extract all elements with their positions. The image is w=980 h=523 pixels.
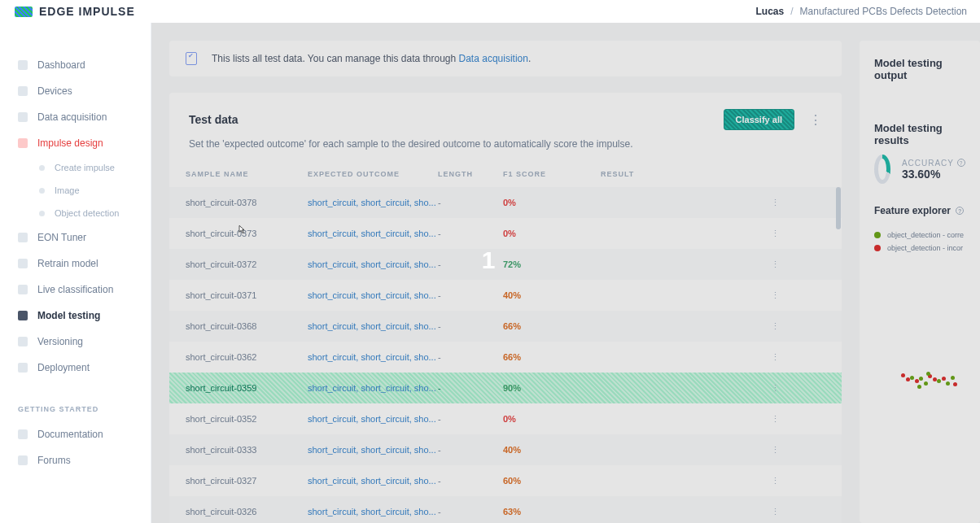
cell-expected-outcome[interactable]: short_circuit, short_circuit, sho...: [308, 259, 438, 269]
scrollbar[interactable]: [836, 187, 841, 229]
row-menu-button[interactable]: ⋮: [755, 198, 780, 208]
table-row[interactable]: short_circuit-0378short_circuit, short_c…: [169, 187, 842, 218]
accuracy-value: 33.60%: [902, 168, 965, 181]
row-menu-button[interactable]: ⋮: [755, 352, 780, 363]
sidebar-item-eon-tuner[interactable]: EON Tuner: [0, 224, 151, 251]
deployment-icon: [18, 363, 28, 373]
sidebar: Dashboard Devices Data acquisition Impul…: [0, 23, 151, 523]
row-menu-button[interactable]: ⋮: [755, 321, 780, 332]
accuracy-label: ACCURACY: [902, 159, 954, 168]
sidebar-item-label: Impulse design: [37, 137, 103, 149]
sidebar-item-label: Live classification: [37, 284, 113, 295]
col-length: LENGTH: [438, 170, 503, 178]
sidebar-item-documentation[interactable]: Documentation: [0, 421, 151, 447]
sidebar-sub-image[interactable]: Image: [0, 179, 151, 202]
cell-expected-outcome[interactable]: short_circuit, short_circuit, sho...: [308, 352, 438, 362]
breadcrumb-user[interactable]: Lucas: [756, 6, 785, 17]
cell-expected-outcome[interactable]: short_circuit, short_circuit, sho...: [308, 414, 438, 424]
cell-f1-score: 0%: [503, 414, 601, 424]
sidebar-item-deployment[interactable]: Deployment: [0, 355, 151, 381]
table-row[interactable]: short_circuit-0326short_circuit, short_c…: [169, 496, 842, 523]
sidebar-item-devices[interactable]: Devices: [0, 78, 151, 104]
sidebar-item-impulse-design[interactable]: Impulse design: [0, 130, 151, 156]
table-row[interactable]: short_circuit-0352short_circuit, short_c…: [169, 403, 842, 434]
sidebar-item-live-classification[interactable]: Live classification: [0, 277, 151, 303]
table-row[interactable]: short_circuit-0362short_circuit, short_c…: [169, 342, 842, 373]
cell-length: -: [438, 321, 503, 331]
sidebar-sub-label: Create impulse: [55, 163, 115, 172]
row-menu-button[interactable]: ⋮: [755, 445, 780, 455]
sidebar-section-label: GETTING STARTED: [0, 381, 151, 421]
card-menu-button[interactable]: ⋮: [809, 112, 822, 128]
cell-sample-name: short_circuit-0327: [186, 476, 308, 486]
brand-name: EDGE IMPULSE: [39, 5, 135, 18]
table-header: SAMPLE NAME EXPECTED OUTCOME LENGTH F1 S…: [169, 161, 842, 187]
cell-length: -: [438, 476, 503, 486]
table-row[interactable]: short_circuit-0368short_circuit, short_c…: [169, 311, 842, 342]
impulse-icon: [18, 138, 28, 148]
table-row[interactable]: short_circuit-0327short_circuit, short_c…: [169, 465, 842, 496]
col-f1-score: F1 SCORE: [503, 170, 601, 178]
cell-length: -: [438, 290, 503, 300]
cell-expected-outcome[interactable]: short_circuit, short_circuit, sho...: [308, 445, 438, 455]
table-row[interactable]: short_circuit-0371short_circuit, short_c…: [169, 280, 842, 311]
retrain-icon: [18, 259, 28, 268]
cell-expected-outcome[interactable]: short_circuit, short_circuit, sho...: [308, 229, 438, 238]
table-row[interactable]: short_circuit-0372short_circuit, short_c…: [169, 249, 842, 280]
row-menu-button[interactable]: ⋮: [755, 229, 780, 239]
cell-expected-outcome[interactable]: short_circuit, short_circuit, sho...: [308, 321, 438, 331]
sidebar-item-label: Retrain model: [37, 258, 98, 269]
cell-expected-outcome[interactable]: short_circuit, short_circuit, sho...: [308, 198, 438, 207]
banner-link[interactable]: Data acquisition: [459, 53, 528, 64]
feature-plot[interactable]: [874, 358, 964, 397]
sidebar-item-dashboard[interactable]: Dashboard: [0, 52, 151, 78]
sidebar-item-data-acquisition[interactable]: Data acquisition: [0, 104, 151, 130]
devices-icon: [18, 86, 28, 96]
cell-length: -: [438, 229, 503, 238]
table-row[interactable]: short_circuit-0373short_circuit, short_c…: [169, 218, 842, 249]
test-data-card: Test data Classify all ⋮ Set the 'expect…: [169, 93, 842, 523]
row-menu-button[interactable]: ⋮: [755, 290, 780, 301]
sidebar-item-label: Model testing: [37, 310, 100, 321]
dashboard-icon: [18, 60, 28, 70]
cell-sample-name: short_circuit-0373: [186, 229, 308, 238]
sidebar-item-forums[interactable]: Forums: [0, 447, 151, 473]
row-menu-button[interactable]: ⋮: [755, 507, 780, 517]
sidebar-sub-object-detection[interactable]: Object detection: [0, 202, 151, 224]
cell-sample-name: short_circuit-0368: [186, 321, 308, 331]
breadcrumb-project[interactable]: Manufactured PCBs Defects Detection: [800, 6, 967, 17]
cell-expected-outcome[interactable]: short_circuit, short_circuit, sho...: [308, 383, 438, 393]
row-menu-button[interactable]: ⋮: [755, 414, 780, 425]
cell-expected-outcome[interactable]: short_circuit, short_circuit, sho...: [308, 507, 438, 516]
table-row[interactable]: short_circuit-0359short_circuit, short_c…: [169, 373, 842, 403]
table-row[interactable]: short_circuit-0333short_circuit, short_c…: [169, 434, 842, 465]
legend-dot-icon: [874, 232, 881, 238]
dot-icon: [39, 188, 45, 194]
sidebar-item-versioning[interactable]: Versioning: [0, 329, 151, 355]
legend-item-incorrect: object_detection - incor: [874, 244, 965, 252]
cell-expected-outcome[interactable]: short_circuit, short_circuit, sho...: [308, 290, 438, 300]
sidebar-item-model-testing[interactable]: Model testing: [0, 303, 151, 329]
cell-sample-name: short_circuit-0352: [186, 414, 308, 424]
row-menu-button[interactable]: ⋮: [755, 383, 780, 394]
legend-label: object_detection - incor: [887, 244, 963, 252]
cell-length: -: [438, 352, 503, 362]
col-sample-name: SAMPLE NAME: [186, 170, 308, 178]
cell-expected-outcome[interactable]: short_circuit, short_circuit, sho...: [308, 476, 438, 486]
accuracy-gauge-icon: [874, 155, 890, 184]
cell-length: -: [438, 507, 503, 516]
model-testing-output-card: Model testing output Model testing resul…: [860, 41, 980, 523]
table-body[interactable]: short_circuit-0378short_circuit, short_c…: [169, 187, 842, 523]
row-menu-button[interactable]: ⋮: [755, 259, 780, 270]
cell-sample-name: short_circuit-0378: [186, 198, 308, 207]
classify-all-button[interactable]: Classify all: [724, 109, 794, 130]
sidebar-item-label: Forums: [37, 455, 71, 466]
testing-icon: [18, 311, 28, 320]
sidebar-item-retrain-model[interactable]: Retrain model: [0, 251, 151, 277]
cell-length: -: [438, 383, 503, 393]
info-icon[interactable]: ?: [957, 159, 965, 167]
sidebar-sub-create-impulse[interactable]: Create impulse: [0, 156, 151, 179]
sidebar-sub-label: Object detection: [55, 208, 120, 218]
info-icon[interactable]: ?: [956, 207, 964, 215]
row-menu-button[interactable]: ⋮: [755, 476, 780, 486]
